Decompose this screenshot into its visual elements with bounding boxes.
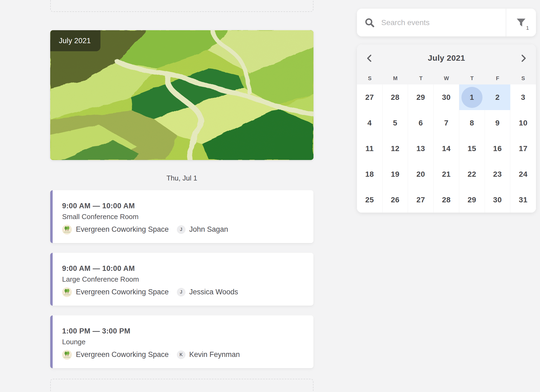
evergreen-logo-icon: EVERGREEN — [62, 287, 72, 297]
calendar-day[interactable]: 27 — [408, 187, 434, 213]
month-image-card[interactable]: July 2021 — [50, 30, 313, 160]
calendar-day[interactable]: 9 — [485, 110, 511, 136]
calendar-day[interactable]: 16 — [485, 136, 511, 161]
evergreen-logo-icon: EVERGREEN — [62, 225, 72, 234]
collapsed-month-placeholder-bottom[interactable] — [50, 379, 313, 392]
event-room: Small Conference Room — [62, 212, 313, 221]
calendar-month-title: July 2021 — [428, 53, 465, 63]
event-time: 9:00 AM — 10:00 AM — [62, 202, 313, 210]
calendar-day[interactable]: 20 — [408, 161, 434, 187]
event-attendee-name: Jessica Woods — [189, 288, 238, 296]
search-icon — [364, 18, 375, 28]
event-room: Lounge — [62, 338, 313, 346]
event-time: 1:00 PM — 3:00 PM — [62, 327, 313, 335]
attendee-initial-badge: J — [177, 225, 185, 234]
calendar-day[interactable]: 27 — [357, 84, 383, 110]
calendar-day[interactable]: 26 — [383, 187, 408, 213]
calendar-day[interactable]: 23 — [485, 161, 511, 187]
calendar-day[interactable]: 4 — [357, 110, 383, 136]
weekday-label: F — [485, 72, 511, 84]
filter-count-badge: 1 — [526, 25, 529, 31]
event-org-name: Evergreen Coworking Space — [76, 288, 169, 296]
event-card[interactable]: 9:00 AM — 10:00 AM Large Conference Room… — [50, 253, 313, 306]
svg-text:EVERGREEN: EVERGREEN — [64, 294, 70, 295]
event-org-name: Evergreen Coworking Space — [76, 350, 169, 359]
chevron-left-icon — [366, 54, 372, 62]
calendar-prev-month-button[interactable] — [363, 52, 375, 64]
calendar-day[interactable]: 24 — [510, 161, 536, 187]
day-group-date: Thu, Jul 1 — [50, 172, 313, 184]
calendar-day[interactable]: 6 — [408, 110, 434, 136]
calendar-day[interactable]: 17 — [510, 136, 536, 161]
event-attendee-name: Kevin Feynman — [189, 350, 240, 359]
chevron-right-icon — [521, 54, 527, 62]
evergreen-logo-icon: EVERGREEN — [62, 350, 72, 360]
event-meta-row: EVERGREEN Evergreen Coworking Space J Jo… — [62, 224, 313, 234]
calendar-day-selected[interactable]: 1 — [459, 84, 485, 110]
attendee-initial-badge: K — [177, 350, 185, 359]
calendar-day[interactable]: 29 — [459, 187, 485, 213]
event-time: 9:00 AM — 10:00 AM — [62, 264, 313, 273]
calendar-day[interactable]: 10 — [510, 110, 536, 136]
calendar-day[interactable]: 30 — [485, 187, 511, 213]
weekday-label: M — [383, 72, 408, 84]
calendar-day[interactable]: 19 — [383, 161, 408, 187]
weekday-label: T — [408, 72, 434, 84]
calendar-day[interactable]: 18 — [357, 161, 383, 187]
collapsed-month-placeholder-top[interactable] — [50, 0, 313, 12]
calendar-day[interactable]: 22 — [459, 161, 485, 187]
weekday-label: S — [357, 72, 383, 84]
month-image-label-text: July 2021 — [59, 37, 91, 45]
calendar-header: July 2021 S M T W T F S — [357, 45, 536, 84]
event-org-name: Evergreen Coworking Space — [76, 225, 169, 234]
weekday-label: T — [459, 72, 485, 84]
calendar-day[interactable]: 13 — [408, 136, 434, 161]
calendar-day[interactable]: 8 — [459, 110, 485, 136]
calendar-weekday-row: S M T W T F S — [357, 72, 536, 84]
event-room: Large Conference Room — [62, 275, 313, 284]
event-card[interactable]: 9:00 AM — 10:00 AM Small Conference Room… — [50, 190, 313, 243]
calendar-day[interactable]: 31 — [510, 187, 536, 213]
calendar-day[interactable]: 12 — [383, 136, 408, 161]
filter-icon — [516, 18, 526, 27]
weekday-label: W — [434, 72, 459, 84]
search-input-area[interactable] — [357, 9, 506, 36]
calendar-day[interactable]: 29 — [408, 84, 434, 110]
calendar-day[interactable]: 28 — [434, 187, 459, 213]
event-card[interactable]: 1:00 PM — 3:00 PM Lounge EVERGREEN Everg… — [50, 315, 313, 368]
event-meta-row: EVERGREEN Evergreen Coworking Space K Ke… — [62, 350, 313, 360]
svg-text:EVERGREEN: EVERGREEN — [64, 231, 70, 233]
svg-text:EVERGREEN: EVERGREEN — [64, 357, 70, 358]
events-page: July 2021 Thu, Jul 1 9:00 AM — 10:00 AM … — [0, 0, 540, 392]
calendar-day[interactable]: 30 — [434, 84, 459, 110]
weekday-label: S — [510, 72, 536, 84]
calendar-day[interactable]: 2 — [485, 84, 511, 110]
month-image-label: July 2021 — [50, 30, 100, 51]
calendar-day[interactable]: 11 — [357, 136, 383, 161]
calendar-day[interactable]: 15 — [459, 136, 485, 161]
calendar-day[interactable]: 5 — [383, 110, 408, 136]
filter-button[interactable]: 1 — [506, 9, 536, 36]
calendar-day[interactable]: 14 — [434, 136, 459, 161]
attendee-initial-badge: J — [177, 288, 185, 296]
calendar-day-grid: 27 28 29 30 1 2 3 4 5 6 7 8 9 10 11 12 1… — [357, 84, 536, 213]
search-input[interactable] — [381, 18, 503, 27]
calendar-day[interactable]: 21 — [434, 161, 459, 187]
calendar-day[interactable]: 7 — [434, 110, 459, 136]
event-attendee-name: John Sagan — [189, 225, 228, 234]
calendar-day[interactable]: 25 — [357, 187, 383, 213]
calendar-widget: July 2021 S M T W T F S 27 28 29 30 — [357, 45, 536, 213]
search-bar: 1 — [357, 9, 536, 36]
calendar-next-month-button[interactable] — [518, 52, 530, 64]
calendar-day[interactable]: 3 — [510, 84, 536, 110]
event-meta-row: EVERGREEN Evergreen Coworking Space J Je… — [62, 287, 313, 297]
calendar-day[interactable]: 28 — [383, 84, 408, 110]
